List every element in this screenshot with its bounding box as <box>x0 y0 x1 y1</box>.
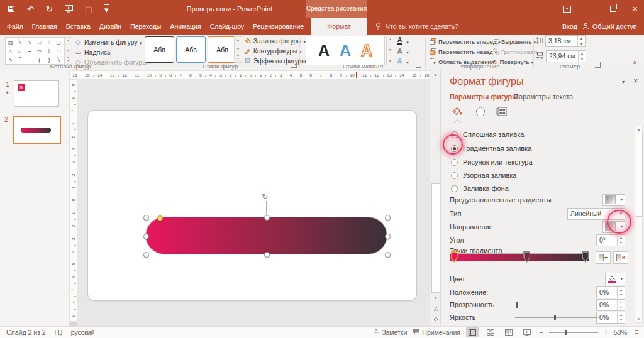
vertical-ruler[interactable]: 9876543210123456789 <box>69 79 77 322</box>
resize-handle-middle-right[interactable] <box>385 234 391 239</box>
tab-переходы[interactable]: Переходы <box>126 18 165 35</box>
transparency-input[interactable]: 0%▲▼ <box>596 299 625 311</box>
start-slideshow-icon[interactable] <box>65 5 73 13</box>
tab-format-active[interactable]: Формат <box>311 18 367 35</box>
zoom-slider-thumb[interactable] <box>565 330 567 335</box>
tab-дизайн[interactable]: Дизайн <box>95 18 126 35</box>
slide-1-thumbnail[interactable]: 5 <box>14 80 59 107</box>
sign-in-link[interactable]: Вход <box>562 18 577 35</box>
gradient-direction-dropdown[interactable] <box>602 221 625 233</box>
pane-options-icon[interactable] <box>622 79 625 85</box>
tab-text-options[interactable]: Параметры текста <box>514 93 573 101</box>
width-value[interactable]: 23,94 см <box>547 51 578 62</box>
slide-sorter-view-button[interactable] <box>484 327 497 337</box>
text-fill-button[interactable]: А <box>397 36 409 46</box>
remove-gradient-stop-button[interactable] <box>613 251 628 264</box>
close-button[interactable] <box>633 4 638 14</box>
scroll-up-icon[interactable]: ▲ <box>635 128 642 131</box>
wordart-style-2[interactable]: A <box>340 43 351 58</box>
radio-icon[interactable] <box>451 131 458 138</box>
gradient-type-dropdown[interactable]: Линейный <box>567 208 625 220</box>
normal-view-button[interactable] <box>466 327 479 337</box>
tab-вставка[interactable]: Вставка <box>62 18 95 35</box>
send-backward-button[interactable]: Переместить назад <box>430 47 497 57</box>
transparency-slider-thumb[interactable] <box>516 302 518 308</box>
comments-button[interactable]: Примечания <box>413 329 460 336</box>
slideshow-view-button[interactable] <box>521 327 533 337</box>
brightness-input[interactable]: 0%▲▼ <box>596 312 625 324</box>
text-outline-button[interactable]: А <box>397 46 409 56</box>
undo-icon[interactable] <box>27 5 34 13</box>
transparency-slider[interactable] <box>515 305 598 305</box>
tell-me-search[interactable]: Что вы хотите сделать? <box>375 18 458 35</box>
edit-shape-button[interactable]: ◇ Изменить фигуру <box>74 37 142 46</box>
shape-styles-scrollbar[interactable]: ▴▾▾ <box>234 36 242 63</box>
transparency-spinner[interactable]: ▲▼ <box>617 300 625 310</box>
tab-главная[interactable]: Главная <box>28 18 62 35</box>
height-spinner[interactable]: ▲▼ <box>577 36 585 46</box>
pane-scrollbar-thumb[interactable] <box>636 134 643 217</box>
radio-icon[interactable] <box>451 185 458 192</box>
resize-handle-middle-left[interactable] <box>143 234 149 239</box>
fill-and-line-icon[interactable] <box>450 106 464 119</box>
reading-view-button[interactable] <box>502 327 515 337</box>
scroll-up-icon[interactable]: ▴ <box>430 72 441 77</box>
width-spinner[interactable]: ▲▼ <box>578 51 586 62</box>
resize-handle-bottom-left[interactable] <box>143 252 149 258</box>
radio-icon[interactable] <box>451 172 458 179</box>
fill-option-5[interactable]: Заливка фона <box>451 183 509 194</box>
language-indicator[interactable]: русский <box>71 329 95 336</box>
add-gradient-stop-button[interactable] <box>596 251 611 264</box>
gradient-rounded-rectangle-shape[interactable] <box>146 217 387 254</box>
collapse-ribbon-icon[interactable] <box>633 59 637 65</box>
chord-icon[interactable]: ◠ <box>54 46 64 55</box>
adjust-handle[interactable] <box>157 215 163 221</box>
wordart-dialog-launcher[interactable] <box>416 62 421 68</box>
save-icon[interactable] <box>8 5 15 13</box>
tab-анимация[interactable]: Анимация <box>165 18 205 35</box>
rotate-handle[interactable] <box>262 192 268 201</box>
gradient-stops-bar[interactable] <box>450 253 589 261</box>
restore-button[interactable] <box>610 6 616 12</box>
preset-gradients-dropdown[interactable] <box>602 194 625 206</box>
brightness-slider[interactable] <box>515 317 598 318</box>
slide-counter[interactable]: Слайд 2 из 2 <box>6 329 46 336</box>
shape-height-field[interactable]: 3,18 см▲▼ <box>536 36 586 46</box>
radio-icon[interactable] <box>451 145 458 152</box>
position-input[interactable]: 0%▲▼ <box>596 286 625 298</box>
canvas-vertical-scrollbar[interactable]: ▴ ▾ <box>430 70 441 326</box>
shape-outline-button[interactable]: Контур фигуры <box>244 46 301 56</box>
shape-style-preset-3[interactable]: Абв <box>208 36 237 63</box>
position-spinner[interactable]: ▲▼ <box>617 287 625 298</box>
resize-handle-bottom-middle[interactable] <box>264 252 270 258</box>
line-arrow-icon[interactable]: ↘ <box>25 38 35 46</box>
bring-forward-button[interactable]: Переместить вперед <box>430 37 501 46</box>
fill-option-1[interactable]: Сплошная заливка <box>451 129 524 139</box>
align-button[interactable]: Выровнять <box>493 37 536 46</box>
line-icon[interactable]: ╲ <box>15 38 25 46</box>
pane-close-icon[interactable] <box>633 76 638 85</box>
height-value[interactable]: 3,18 см <box>546 36 577 46</box>
tab-слайд-шоу[interactable]: Слайд-шоу <box>206 18 248 35</box>
touch-mode-icon[interactable] <box>85 5 92 13</box>
zoom-out-button[interactable] <box>539 328 543 337</box>
fill-option-2[interactable]: Градиентная заливка <box>451 143 531 153</box>
slide-canvas[interactable] <box>88 111 416 300</box>
fill-option-3[interactable]: Рисунок или текстура <box>451 157 533 167</box>
wordart-style-3[interactable]: A <box>361 43 372 58</box>
zoom-in-button[interactable] <box>604 328 608 337</box>
notes-button[interactable]: Заметки <box>373 329 407 336</box>
elbow-arrow-icon[interactable]: ⌐ <box>25 46 35 55</box>
resize-handle-top-middle[interactable] <box>264 215 270 221</box>
brightness-slider-thumb[interactable] <box>554 315 556 320</box>
shape-style-preset-2[interactable]: Абв <box>176 36 206 63</box>
elbow-connector-icon[interactable]: ∟ <box>15 46 25 55</box>
triangle-icon[interactable]: △ <box>6 46 15 55</box>
brightness-spinner[interactable]: ▲▼ <box>617 312 625 323</box>
shapes-gallery-scrollbar[interactable]: ▴▾▾ <box>64 37 72 65</box>
previous-slide-button[interactable] <box>431 305 440 312</box>
slide-editing-area[interactable] <box>77 79 430 326</box>
stop-color-button[interactable] <box>605 273 625 285</box>
redo-icon[interactable] <box>46 5 53 13</box>
spell-check-icon[interactable] <box>55 329 62 336</box>
